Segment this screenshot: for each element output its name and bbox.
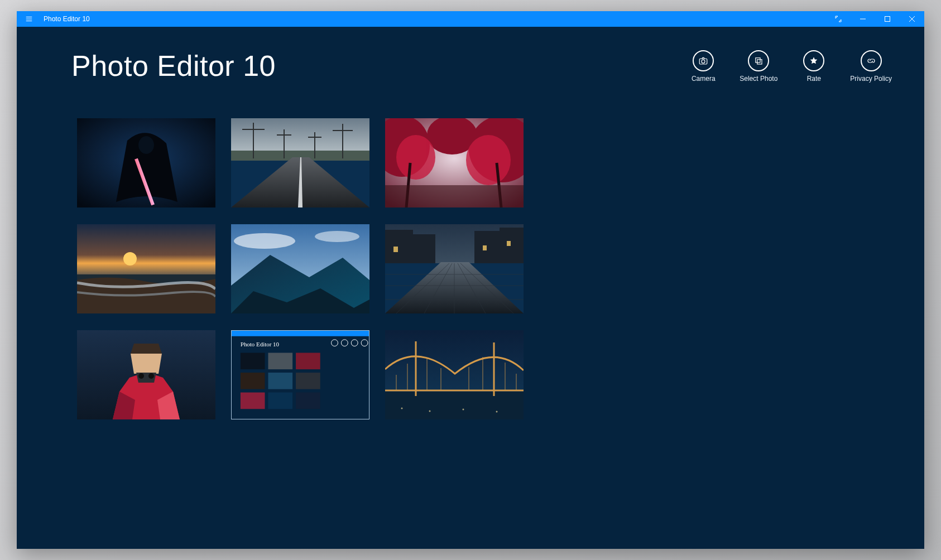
thumbnail-image: Photo Editor 10: [232, 331, 369, 419]
svg-rect-0: [885, 17, 890, 22]
star-icon: [809, 56, 819, 66]
svg-rect-44: [483, 245, 487, 250]
camera-button[interactable]: Camera: [687, 50, 719, 83]
action-label: Camera: [692, 75, 716, 83]
svg-rect-41: [474, 231, 500, 263]
svg-point-61: [138, 373, 144, 379]
svg-rect-76: [241, 393, 265, 409]
thumbnail-app-screenshot[interactable]: Photo Editor 10: [231, 330, 369, 419]
svg-marker-63: [131, 344, 162, 354]
thumbnail-image: [385, 224, 524, 313]
thumbnail-road[interactable]: [231, 118, 369, 207]
minimize-button[interactable]: [851, 11, 875, 27]
thumbnail-image: [385, 330, 524, 419]
svg-rect-72: [296, 353, 320, 370]
action-label: Privacy Policy: [850, 75, 892, 83]
thumbnail-image: [77, 330, 215, 419]
title-bar: Photo Editor 10: [17, 11, 924, 27]
fullscreen-icon: [835, 16, 842, 22]
hamburger-menu-button[interactable]: [17, 11, 41, 27]
svg-point-35: [315, 231, 359, 242]
svg-rect-75: [296, 373, 320, 389]
thumbnail-image: [77, 224, 215, 313]
window-title: Photo Editor 10: [41, 15, 90, 23]
header-row: Photo Editor 10 Camera: [71, 49, 902, 83]
svg-rect-30: [77, 224, 215, 280]
close-icon: [909, 16, 915, 22]
content-area: Photo Editor 10 Camera: [17, 27, 924, 549]
thumbnail-grid: Photo Editor 10: [77, 118, 524, 419]
svg-rect-39: [385, 230, 413, 263]
svg-rect-45: [507, 241, 511, 246]
svg-rect-3: [756, 58, 760, 62]
thumbnail-street[interactable]: [385, 224, 524, 313]
svg-rect-80: [385, 392, 524, 419]
svg-rect-74: [268, 373, 292, 389]
select-photo-button[interactable]: Select Photo: [740, 50, 777, 83]
maximize-icon: [884, 16, 891, 22]
thumbnail-bridge-night[interactable]: [385, 330, 524, 419]
inner-app-title: Photo Editor 10: [241, 341, 280, 347]
svg-point-94: [463, 409, 464, 411]
svg-point-93: [429, 411, 431, 412]
svg-rect-43: [393, 247, 398, 252]
page-title: Photo Editor 10: [71, 49, 276, 83]
minimize-icon: [860, 16, 866, 22]
svg-rect-40: [413, 234, 435, 263]
fullscreen-button[interactable]: [826, 11, 851, 27]
action-label: Select Photo: [740, 75, 777, 83]
rate-button[interactable]: Rate: [798, 50, 830, 83]
camera-icon: [698, 56, 708, 66]
action-label: Rate: [807, 75, 821, 83]
svg-rect-73: [241, 373, 265, 389]
svg-rect-77: [268, 393, 292, 409]
thumbnail-image: [231, 118, 369, 207]
svg-point-2: [702, 60, 705, 63]
svg-rect-70: [241, 353, 265, 370]
svg-point-26: [466, 135, 511, 185]
svg-point-92: [401, 408, 403, 409]
svg-point-25: [396, 135, 435, 180]
svg-point-31: [123, 252, 137, 265]
thumbnail-red-trees[interactable]: [385, 118, 524, 207]
link-icon: [866, 56, 876, 66]
svg-point-95: [496, 411, 498, 413]
thumbnail-image: [385, 118, 524, 207]
action-bar: Camera Select Photo: [687, 50, 892, 83]
select-photo-icon: [753, 56, 764, 66]
thumbnail-beach-sunset[interactable]: [77, 224, 215, 313]
svg-rect-42: [500, 228, 524, 263]
thumbnail-image: [231, 224, 369, 313]
hamburger-icon: [25, 15, 33, 23]
close-button[interactable]: [900, 11, 924, 27]
svg-rect-78: [296, 393, 320, 409]
svg-point-62: [148, 373, 154, 379]
svg-rect-4: [757, 60, 762, 64]
app-window: Photo Editor 10 Photo Editor 10: [17, 11, 924, 549]
svg-rect-64: [232, 331, 369, 336]
maximize-button[interactable]: [875, 11, 900, 27]
thumbnail-mountain[interactable]: [231, 224, 369, 313]
svg-rect-29: [385, 185, 524, 207]
svg-rect-71: [268, 353, 292, 370]
privacy-policy-button[interactable]: Privacy Policy: [850, 50, 892, 83]
svg-point-34: [234, 233, 295, 249]
thumbnail-image: [77, 118, 215, 207]
thumbnail-polygon-portrait[interactable]: [77, 330, 215, 419]
svg-point-6: [138, 136, 154, 154]
thumbnail-dark-figure[interactable]: [77, 118, 215, 207]
